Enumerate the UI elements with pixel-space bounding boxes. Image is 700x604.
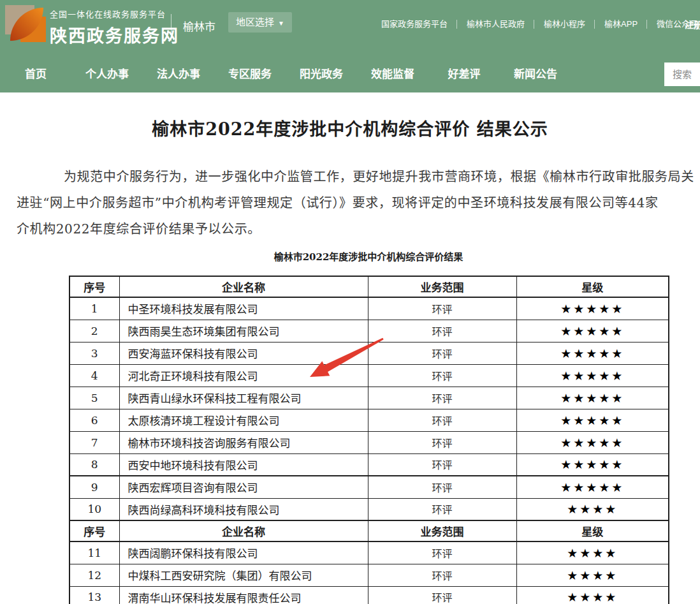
table-row: 2陕西雨昊生态环境集团有限公司环评★★★★★ [69, 320, 669, 342]
cell-stars: ★★★★★ [516, 387, 669, 409]
cell-no: 9 [69, 476, 119, 498]
table-row: 3西安海蓝环保科技有限公司环评★★★★★ [69, 342, 669, 364]
cell-name: 陕西阔鹏环保科技有限公司 [119, 541, 368, 564]
cell-scope: 环评 [368, 564, 516, 586]
table-caption: 榆林市2022年度涉批中介机构综合评价结果 [69, 249, 668, 263]
register-link[interactable]: 注册 [685, 18, 700, 31]
region-select-button[interactable]: 地区选择▼ [228, 12, 292, 33]
site-banner: 全国一体化在线政务服务平台 陕西政务服务网 榆林市 地区选择▼ 国家政务服务平台… [0, 0, 700, 56]
column-header: 业务范围 [368, 276, 516, 297]
cell-name: 西安中地环境科技有限公司 [119, 453, 368, 476]
nav-list: 首页个人办事法人办事专区服务阳光政务效能监督好差评新闻公告 [0, 56, 700, 92]
cell-stars: ★★★★★ [516, 297, 669, 320]
cell-stars: ★★★★★ [516, 342, 669, 364]
cell-name: 陕西宏辉项目咨询有限公司 [119, 476, 368, 498]
nav-item-1[interactable]: 首页 [0, 56, 71, 92]
current-city-label: 榆林市 [183, 18, 215, 34]
cell-no: 7 [69, 431, 119, 453]
table-row: 9陕西宏辉项目咨询有限公司环评★★★★★ [69, 476, 669, 498]
cell-name: 渭南华山环保科技发展有限责任公司 [119, 586, 368, 604]
cell-no: 5 [69, 387, 119, 409]
cell-name: 陕西青山绿水环保科技工程有限公司 [119, 387, 368, 409]
cell-scope: 环评 [368, 476, 516, 498]
cell-scope: 环评 [368, 342, 516, 364]
banner-link[interactable]: 榆林小程序 [534, 18, 595, 31]
cell-name: 中煤科工西安研究院（集团）有限公司 [119, 564, 368, 586]
table-row: 4河北奇正环境科技有限公司环评★★★★★ [69, 364, 669, 387]
cell-no: 6 [69, 409, 119, 431]
cell-name: 河北奇正环境科技有限公司 [119, 364, 368, 387]
cell-name: 榆林市环境科技咨询服务有限公司 [119, 431, 368, 453]
paragraph-line-2: 进驻“网上中介服务超市”中介机构考评管理规定（试行）》要求，现将评定的中圣环境科… [17, 193, 659, 211]
region-select-label: 地区选择 [236, 17, 274, 27]
cell-no: 3 [69, 342, 119, 364]
column-header: 序号 [69, 520, 119, 541]
table-row: 7榆林市环境科技咨询服务有限公司环评★★★★★ [69, 431, 669, 453]
cell-stars: ★★★★★ [516, 453, 669, 476]
column-header: 星级 [516, 520, 669, 541]
column-header: 企业名称 [119, 520, 368, 541]
platform-tagline: 全国一体化在线政务服务平台 [50, 8, 179, 20]
evaluation-results-table: 序号企业名称业务范围星级1中圣环境科技发展有限公司环评★★★★★2陕西雨昊生态环… [69, 276, 669, 604]
cell-scope: 环评 [368, 498, 516, 520]
announcement-article: 榆林市2022年度涉批中介机构综合评价 结果公示 为规范中介服务行为，进一步强化… [0, 92, 700, 604]
main-nav: 首页个人办事法人办事专区服务阳光政务效能监督好差评新闻公告 [0, 56, 700, 92]
cell-no: 12 [69, 564, 119, 586]
search-input[interactable] [664, 63, 700, 86]
paragraph-line-1: 为规范中介服务行为，进一步强化中介监管工作，更好地提升我市营商环境，根据《榆林市… [64, 166, 694, 185]
table-row: 11陕西阔鹏环保科技有限公司环评★★★★ [69, 541, 669, 564]
column-header: 序号 [69, 276, 119, 297]
table-row: 8西安中地环境科技有限公司环评★★★★★ [69, 453, 669, 476]
nav-item-7[interactable]: 好差评 [428, 56, 500, 92]
cell-stars: ★★★★★ [516, 364, 669, 387]
column-header: 企业名称 [119, 276, 368, 297]
table-row: 1中圣环境科技发展有限公司环评★★★★★ [69, 297, 669, 320]
cell-stars: ★★★★★ [516, 476, 669, 498]
nav-item-2[interactable]: 个人办事 [71, 56, 143, 92]
cell-scope: 环评 [368, 364, 516, 387]
cell-stars: ★★★★★ [516, 409, 669, 431]
cell-no: 11 [69, 541, 119, 564]
nav-item-8[interactable]: 新闻公告 [500, 56, 571, 92]
banner-link[interactable]: 榆林APP [595, 18, 647, 31]
brand-divider [171, 14, 171, 41]
cell-name: 太原核清环境工程设计有限公司 [119, 409, 368, 431]
table-row: 6太原核清环境工程设计有限公司环评★★★★★ [69, 409, 669, 431]
chevron-down-icon: ▼ [278, 20, 284, 27]
cell-no: 1 [69, 297, 119, 320]
cell-stars: ★★★★ [516, 541, 669, 564]
cell-stars: ★★★★ [516, 564, 669, 586]
cell-no: 4 [69, 364, 119, 387]
paragraph-line-3: 介机构2022年度综合评价结果予以公示。 [17, 219, 261, 237]
banner-links: 国家政务服务平台榆林市人民政府榆林小程序榆林APP微信公众号 [372, 18, 700, 31]
table-row: 13渭南华山环保科技发展有限责任公司环评★★★★ [69, 586, 669, 604]
cell-scope: 环评 [368, 297, 516, 320]
cell-scope: 环评 [368, 320, 516, 342]
nav-item-3[interactable]: 法人办事 [143, 56, 214, 92]
cell-stars: ★★★★ [516, 498, 669, 520]
table-row: 10陕西尚绿高科环境科技有限公司环评★★★★ [69, 498, 669, 520]
nav-item-4[interactable]: 专区服务 [214, 56, 286, 92]
nav-item-5[interactable]: 阳光政务 [286, 56, 357, 92]
cell-scope: 环评 [368, 431, 516, 453]
cell-no: 13 [69, 586, 119, 604]
cell-scope: 环评 [368, 387, 516, 409]
cell-no: 8 [69, 453, 119, 476]
banner-link[interactable]: 国家政务服务平台 [372, 18, 457, 31]
table-header-row: 序号企业名称业务范围星级 [69, 520, 669, 541]
cell-name: 陕西尚绿高科环境科技有限公司 [119, 498, 368, 520]
table-row: 5陕西青山绿水环保科技工程有限公司环评★★★★★ [69, 387, 669, 409]
cell-name: 中圣环境科技发展有限公司 [119, 297, 368, 320]
nav-item-6[interactable]: 效能监督 [357, 56, 428, 92]
cell-scope: 环评 [368, 453, 516, 476]
cell-stars: ★★★★★ [516, 431, 669, 453]
banner-link[interactable]: 榆林市人民政府 [457, 18, 534, 31]
cell-scope: 环评 [368, 541, 516, 564]
cell-scope: 环评 [368, 409, 516, 431]
site-logo-icon [5, 5, 46, 42]
cell-stars: ★★★★ [516, 586, 669, 604]
site-name: 陕西政务服务网 [50, 22, 179, 47]
cell-name: 陕西雨昊生态环境集团有限公司 [119, 320, 368, 342]
column-header: 星级 [516, 276, 669, 297]
page-title: 榆林市2022年度涉批中介机构综合评价 结果公示 [0, 115, 700, 140]
